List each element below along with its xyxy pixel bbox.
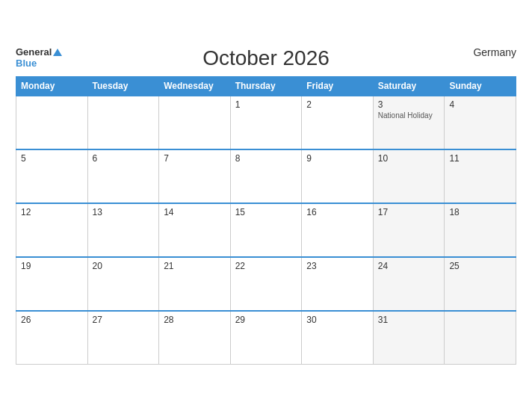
calendar-day-cell: 5 bbox=[16, 149, 88, 203]
calendar-day-cell: 28 bbox=[159, 311, 231, 365]
country-label: Germany bbox=[473, 46, 516, 58]
logo: General Blue bbox=[16, 46, 62, 69]
day-number: 22 bbox=[235, 261, 297, 271]
day-number: 21 bbox=[164, 261, 226, 271]
col-friday: Friday bbox=[302, 76, 374, 96]
day-number: 31 bbox=[378, 315, 440, 325]
calendar-body: 123National Holiday456789101112131415161… bbox=[16, 96, 516, 365]
calendar-day-cell: 8 bbox=[230, 149, 302, 203]
day-number: 29 bbox=[235, 315, 297, 325]
calendar-container: General Blue October 2026 Germany Monday… bbox=[8, 39, 524, 373]
calendar-day-cell: 11 bbox=[445, 149, 516, 203]
day-number: 2 bbox=[306, 99, 368, 110]
day-number: 24 bbox=[378, 261, 440, 271]
calendar-day-cell: 20 bbox=[87, 257, 159, 311]
calendar-day-cell bbox=[445, 311, 516, 365]
calendar-day-cell: 3National Holiday bbox=[373, 96, 445, 149]
calendar-day-cell: 22 bbox=[230, 257, 302, 311]
day-number: 3 bbox=[378, 99, 440, 110]
day-number: 9 bbox=[306, 153, 368, 164]
calendar-day-cell: 1 bbox=[230, 96, 302, 149]
calendar-day-cell: 9 bbox=[302, 149, 374, 203]
day-number: 26 bbox=[21, 315, 83, 325]
header-row: Monday Tuesday Wednesday Thursday Friday… bbox=[16, 76, 516, 96]
holiday-label: National Holiday bbox=[378, 111, 440, 120]
logo-general-text: General bbox=[16, 46, 62, 58]
col-wednesday: Wednesday bbox=[159, 76, 231, 96]
calendar-day-cell: 30 bbox=[302, 311, 374, 365]
day-number: 10 bbox=[378, 153, 440, 164]
calendar-day-cell: 25 bbox=[445, 257, 516, 311]
day-number: 13 bbox=[93, 207, 155, 217]
day-number: 14 bbox=[164, 207, 226, 217]
calendar-day-cell: 4 bbox=[445, 96, 516, 149]
calendar-day-cell: 24 bbox=[373, 257, 445, 311]
calendar-title: October 2026 bbox=[202, 46, 330, 70]
calendar-day-cell: 27 bbox=[87, 311, 159, 365]
day-number: 20 bbox=[93, 261, 155, 271]
col-saturday: Saturday bbox=[373, 76, 445, 96]
calendar-day-cell: 21 bbox=[159, 257, 231, 311]
logo-triangle-icon bbox=[53, 49, 62, 56]
day-number: 17 bbox=[378, 207, 440, 217]
day-number: 6 bbox=[93, 153, 155, 164]
calendar-day-cell: 23 bbox=[302, 257, 374, 311]
day-number: 25 bbox=[449, 261, 511, 271]
calendar-day-cell: 7 bbox=[159, 149, 231, 203]
calendar-day-cell: 19 bbox=[16, 257, 88, 311]
day-number: 27 bbox=[93, 315, 155, 325]
calendar-week-row: 123National Holiday4 bbox=[16, 96, 516, 149]
calendar-day-cell: 31 bbox=[373, 311, 445, 365]
day-number: 19 bbox=[21, 261, 83, 271]
calendar-week-row: 19202122232425 bbox=[16, 257, 516, 311]
day-number: 8 bbox=[235, 153, 297, 164]
calendar-day-cell: 15 bbox=[230, 203, 302, 257]
calendar-day-cell: 6 bbox=[87, 149, 159, 203]
calendar-day-cell: 18 bbox=[445, 203, 516, 257]
calendar-day-cell: 12 bbox=[16, 203, 88, 257]
day-number: 1 bbox=[235, 99, 297, 110]
day-number: 30 bbox=[306, 315, 368, 325]
calendar-day-cell: 13 bbox=[87, 203, 159, 257]
day-number: 18 bbox=[449, 207, 511, 217]
col-monday: Monday bbox=[16, 76, 88, 96]
calendar-table: Monday Tuesday Wednesday Thursday Friday… bbox=[16, 76, 516, 365]
day-number: 11 bbox=[449, 153, 511, 164]
col-thursday: Thursday bbox=[230, 76, 302, 96]
calendar-week-row: 567891011 bbox=[16, 149, 516, 203]
calendar-week-row: 12131415161718 bbox=[16, 203, 516, 257]
col-sunday: Sunday bbox=[445, 76, 516, 96]
col-tuesday: Tuesday bbox=[87, 76, 159, 96]
calendar-day-cell: 29 bbox=[230, 311, 302, 365]
calendar-day-cell: 10 bbox=[373, 149, 445, 203]
calendar-week-row: 262728293031 bbox=[16, 311, 516, 365]
calendar-day-cell: 14 bbox=[159, 203, 231, 257]
day-number: 23 bbox=[306, 261, 368, 271]
calendar-day-cell bbox=[16, 96, 88, 149]
calendar-day-cell: 17 bbox=[373, 203, 445, 257]
day-number: 12 bbox=[21, 207, 83, 217]
day-number: 5 bbox=[21, 153, 83, 164]
day-number: 4 bbox=[449, 99, 511, 110]
calendar-day-cell bbox=[159, 96, 231, 149]
day-number: 16 bbox=[306, 207, 368, 217]
calendar-day-cell: 26 bbox=[16, 311, 88, 365]
calendar-thead: Monday Tuesday Wednesday Thursday Friday… bbox=[16, 76, 516, 96]
logo-blue-text: Blue bbox=[16, 58, 62, 69]
day-number: 15 bbox=[235, 207, 297, 217]
day-number: 7 bbox=[164, 153, 226, 164]
calendar-day-cell bbox=[87, 96, 159, 149]
calendar-header: General Blue October 2026 Germany bbox=[16, 46, 516, 70]
calendar-day-cell: 16 bbox=[302, 203, 374, 257]
day-number: 28 bbox=[164, 315, 226, 325]
calendar-day-cell: 2 bbox=[302, 96, 374, 149]
